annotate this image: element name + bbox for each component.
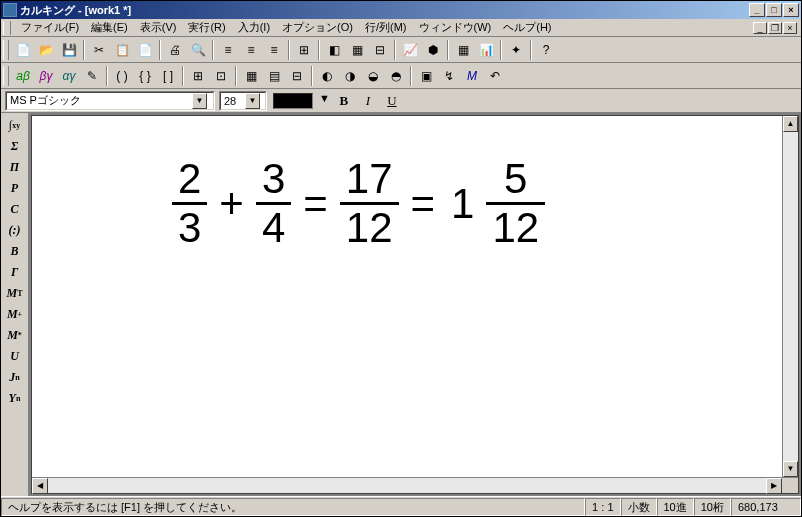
tool-a-button[interactable]: ◧: [323, 39, 345, 61]
font-name-input[interactable]: [7, 95, 192, 107]
table-button[interactable]: ▦: [452, 39, 474, 61]
shape-b-button[interactable]: ◑: [339, 65, 361, 87]
equals-2: =: [407, 180, 440, 228]
color-dropdown[interactable]: ▼: [319, 92, 330, 110]
misc-b-button[interactable]: ↯: [438, 65, 460, 87]
menu-help[interactable]: ヘルプ(H): [497, 19, 557, 36]
window-title: カルキング - [work1 *]: [20, 3, 749, 18]
scroll-up-button[interactable]: ▲: [783, 116, 798, 132]
table-b-button[interactable]: ▤: [263, 65, 285, 87]
table-a-button[interactable]: ▦: [240, 65, 262, 87]
script-a-button[interactable]: aβ: [12, 65, 34, 87]
toolbar-handle[interactable]: [3, 66, 9, 86]
scroll-left-button[interactable]: ◀: [32, 478, 48, 494]
graph-button[interactable]: 📈: [399, 39, 421, 61]
tool-b-button[interactable]: ▦: [346, 39, 368, 61]
mdi-restore-button[interactable]: ❐: [768, 22, 782, 34]
square-button[interactable]: [ ]: [157, 65, 179, 87]
dropdown-icon[interactable]: ▼: [245, 93, 260, 109]
underline-button[interactable]: U: [382, 91, 402, 111]
horizontal-scrollbar[interactable]: ◀ ▶: [32, 477, 798, 493]
font-size-combo[interactable]: ▼: [219, 91, 267, 111]
tool-c-button[interactable]: ⊟: [369, 39, 391, 61]
menu-rowcol[interactable]: 行/列(M): [359, 19, 413, 36]
vtool-p[interactable]: P: [3, 178, 27, 198]
maximize-button[interactable]: □: [766, 3, 782, 17]
whole-number: 1: [447, 180, 478, 228]
toolbar-handle[interactable]: [3, 40, 9, 60]
vtool-sigma[interactable]: Σ: [3, 136, 27, 156]
menu-option[interactable]: オプション(O): [276, 19, 359, 36]
align-right-button[interactable]: ≡: [263, 39, 285, 61]
paste-button[interactable]: 📄: [134, 39, 156, 61]
menu-input[interactable]: 入力(I): [232, 19, 276, 36]
vtool-mstar[interactable]: M*: [3, 325, 27, 345]
3d-button[interactable]: ⬢: [422, 39, 444, 61]
shape-a-button[interactable]: ◐: [316, 65, 338, 87]
fraction-4: 512: [486, 156, 545, 251]
save-button[interactable]: 💾: [58, 39, 80, 61]
scroll-right-button[interactable]: ▶: [766, 478, 782, 494]
align-center-button[interactable]: ≡: [240, 39, 262, 61]
italic-button[interactable]: I: [358, 91, 378, 111]
mdi-close-button[interactable]: ×: [783, 22, 797, 34]
font-name-combo[interactable]: ▼: [5, 91, 215, 111]
misc-a-button[interactable]: ▣: [415, 65, 437, 87]
vtool-paren[interactable]: (:): [3, 220, 27, 240]
matrix-b-button[interactable]: ⊡: [210, 65, 232, 87]
status-help: ヘルプを表示するには [F1] を押してください。: [1, 498, 585, 516]
undo-button[interactable]: ↶: [484, 65, 506, 87]
menu-view[interactable]: 表示(V): [134, 19, 183, 36]
canvas[interactable]: 23 + 34 = 1712 = 1 512: [32, 116, 782, 477]
new-button[interactable]: 📄: [12, 39, 34, 61]
help-button[interactable]: ?: [535, 39, 557, 61]
vtool-b[interactable]: B: [3, 241, 27, 261]
extra-button[interactable]: ✦: [505, 39, 527, 61]
minimize-button[interactable]: _: [749, 3, 765, 17]
chart-button[interactable]: 📊: [475, 39, 497, 61]
fraction-3: 1712: [340, 156, 399, 251]
vtool-yn[interactable]: Yn: [3, 388, 27, 408]
vtool-jn[interactable]: Jn: [3, 367, 27, 387]
shape-c-button[interactable]: ◒: [362, 65, 384, 87]
bold-button[interactable]: B: [334, 91, 354, 111]
font-size-input[interactable]: [221, 95, 245, 107]
matrix-a-button[interactable]: ⊞: [187, 65, 209, 87]
open-button[interactable]: 📂: [35, 39, 57, 61]
grid-button[interactable]: ⊞: [293, 39, 315, 61]
paren-button[interactable]: ( ): [111, 65, 133, 87]
color-swatch[interactable]: [273, 93, 313, 109]
mdi-minimize-button[interactable]: _: [753, 22, 767, 34]
menubar-handle[interactable]: [3, 21, 11, 35]
print-button[interactable]: 🖨: [164, 39, 186, 61]
vtool-u[interactable]: U: [3, 346, 27, 366]
copy-button[interactable]: 📋: [111, 39, 133, 61]
vertical-scrollbar[interactable]: ▲ ▼: [782, 116, 798, 477]
dropdown-icon[interactable]: ▼: [192, 93, 207, 109]
menu-edit[interactable]: 編集(E): [85, 19, 134, 36]
menu-run[interactable]: 実行(R): [182, 19, 231, 36]
vtool-integral[interactable]: ∫xy: [3, 115, 27, 135]
vtool-mplus[interactable]: M+: [3, 304, 27, 324]
equals-1: =: [299, 180, 332, 228]
script-c-button[interactable]: αγ: [58, 65, 80, 87]
status-mode3: 10桁: [694, 498, 731, 516]
misc-c-button[interactable]: M: [461, 65, 483, 87]
vtool-mt[interactable]: MT: [3, 283, 27, 303]
bracket-button[interactable]: { }: [134, 65, 156, 87]
cut-button[interactable]: ✂: [88, 39, 110, 61]
align-left-button[interactable]: ≡: [217, 39, 239, 61]
menu-file[interactable]: ファイル(F): [15, 19, 85, 36]
script-b-button[interactable]: βγ: [35, 65, 57, 87]
vtool-c[interactable]: C: [3, 199, 27, 219]
pencil-button[interactable]: ✎: [81, 65, 103, 87]
table-c-button[interactable]: ⊟: [286, 65, 308, 87]
shape-d-button[interactable]: ◓: [385, 65, 407, 87]
vtool-pi[interactable]: Π: [3, 157, 27, 177]
close-button[interactable]: ×: [783, 3, 799, 17]
scroll-down-button[interactable]: ▼: [783, 461, 798, 477]
vtool-gamma[interactable]: Γ: [3, 262, 27, 282]
preview-button[interactable]: 🔍: [187, 39, 209, 61]
menu-window[interactable]: ウィンドウ(W): [413, 19, 498, 36]
fraction-1: 23: [172, 156, 207, 251]
